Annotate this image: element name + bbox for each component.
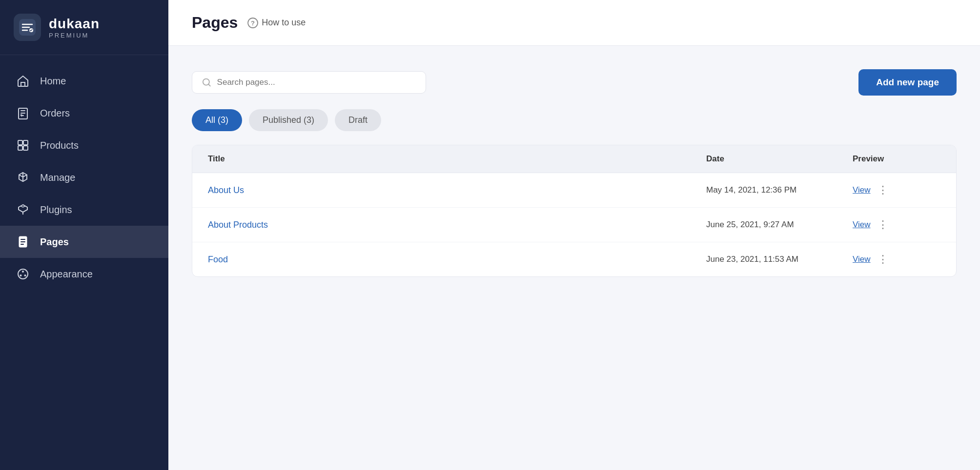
svg-rect-4	[18, 140, 22, 145]
sidebar-item-manage-label: Manage	[40, 172, 75, 183]
plugins-icon	[16, 202, 30, 217]
col-preview: Preview	[853, 154, 940, 164]
sidebar-item-products[interactable]: Products	[0, 129, 168, 161]
table-row: About Us May 14, 2021, 12:36 PM View ⋮	[192, 173, 956, 208]
sidebar-item-orders-label: Orders	[40, 108, 70, 119]
toolbar: Add new page	[192, 69, 957, 96]
row-food-view[interactable]: View	[853, 255, 871, 264]
content-area: Add new page All (3) Published (3) Draft…	[168, 46, 980, 470]
row-about-products-more-icon[interactable]: ⋮	[878, 218, 889, 231]
sidebar-item-products-label: Products	[40, 140, 79, 151]
sidebar-nav: Home ₹ Orders Pr	[0, 55, 168, 470]
appearance-icon	[16, 267, 30, 281]
svg-rect-6	[18, 146, 22, 150]
svg-text:₹: ₹	[20, 114, 22, 118]
svg-rect-7	[23, 146, 28, 150]
filter-tabs: All (3) Published (3) Draft	[192, 109, 957, 131]
orders-icon: ₹	[16, 106, 30, 120]
row-food-title[interactable]: Food	[208, 255, 706, 265]
sidebar-item-home-label: Home	[40, 76, 66, 87]
row-about-products-view[interactable]: View	[853, 220, 871, 230]
filter-all[interactable]: All (3)	[192, 109, 242, 131]
help-circle-icon: ?	[247, 18, 258, 28]
row-about-us-date: May 14, 2021, 12:36 PM	[706, 185, 853, 195]
svg-point-11	[24, 274, 26, 276]
svg-text:?: ?	[251, 20, 255, 27]
logo-icon	[14, 14, 41, 41]
sidebar-item-pages[interactable]: Pages	[0, 226, 168, 258]
row-about-products-date: June 25, 2021, 9:27 AM	[706, 220, 853, 230]
how-to-use-link[interactable]: ? How to use	[247, 18, 306, 28]
logo-text: dukaan PREMIUM	[49, 16, 100, 39]
manage-icon	[16, 170, 30, 185]
search-box[interactable]	[192, 71, 426, 94]
sidebar-item-plugins[interactable]: Plugins	[0, 194, 168, 226]
svg-point-10	[22, 271, 24, 273]
table-row: About Products June 25, 2021, 9:27 AM Vi…	[192, 208, 956, 242]
col-title: Title	[208, 154, 706, 164]
how-to-use-label: How to use	[262, 18, 306, 28]
products-icon	[16, 138, 30, 153]
row-about-us-preview: View ⋮	[853, 184, 940, 196]
sidebar-item-appearance[interactable]: Appearance	[0, 258, 168, 290]
row-about-products-title[interactable]: About Products	[208, 220, 706, 230]
sidebar-item-orders[interactable]: ₹ Orders	[0, 97, 168, 129]
sidebar-item-plugins-label: Plugins	[40, 204, 72, 215]
svg-rect-5	[23, 140, 28, 145]
page-title: Pages	[192, 14, 238, 32]
search-icon	[202, 78, 211, 87]
col-date: Date	[706, 154, 853, 164]
sidebar-item-manage[interactable]: Manage	[0, 161, 168, 194]
row-food-preview: View ⋮	[853, 253, 940, 266]
search-input[interactable]	[217, 78, 416, 87]
sidebar-item-home[interactable]: Home	[0, 65, 168, 97]
main-content: Pages ? How to use Add new page All (3) …	[168, 0, 980, 470]
filter-draft[interactable]: Draft	[335, 109, 381, 131]
row-about-us-title[interactable]: About Us	[208, 185, 706, 196]
logo-sub: PREMIUM	[49, 32, 100, 39]
page-header: Pages ? How to use	[168, 0, 980, 46]
svg-point-12	[20, 274, 22, 276]
sidebar: dukaan PREMIUM Home ₹ Orde	[0, 0, 168, 470]
logo-area: dukaan PREMIUM	[0, 0, 168, 55]
row-food-date: June 23, 2021, 11:53 AM	[706, 255, 853, 264]
row-about-us-view[interactable]: View	[853, 185, 871, 195]
row-about-products-preview: View ⋮	[853, 218, 940, 231]
pages-icon	[16, 235, 30, 249]
table-row: Food June 23, 2021, 11:53 AM View ⋮	[192, 242, 956, 276]
table-header: Title Date Preview	[192, 145, 956, 173]
home-icon	[16, 74, 30, 88]
row-about-us-more-icon[interactable]: ⋮	[878, 184, 889, 196]
sidebar-item-pages-label: Pages	[40, 236, 69, 248]
sidebar-item-appearance-label: Appearance	[40, 269, 93, 280]
filter-published[interactable]: Published (3)	[249, 109, 328, 131]
pages-table: Title Date Preview About Us May 14, 2021…	[192, 145, 957, 277]
add-new-page-button[interactable]: Add new page	[858, 69, 957, 96]
logo-name: dukaan	[49, 16, 100, 32]
row-food-more-icon[interactable]: ⋮	[878, 253, 889, 266]
